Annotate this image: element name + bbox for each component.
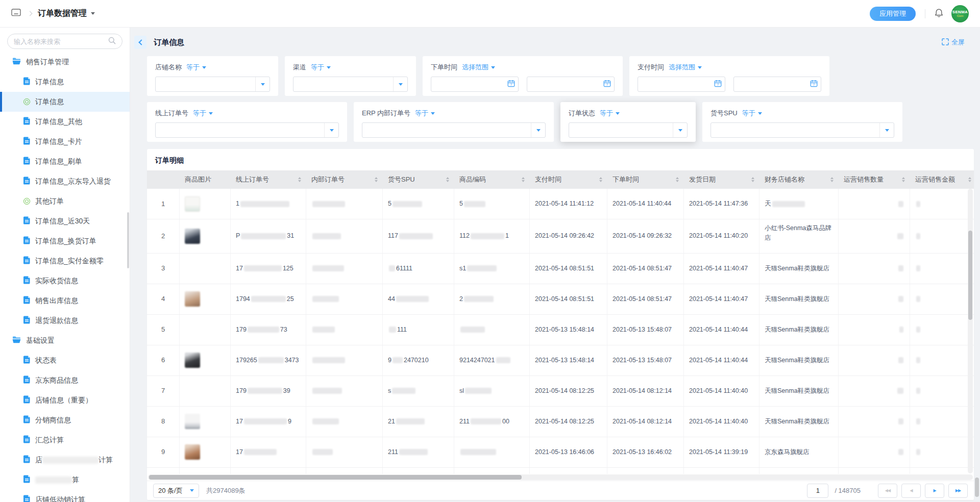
window-icon[interactable] — [11, 9, 21, 19]
filter-select[interactable] — [710, 122, 894, 138]
sort-icon[interactable] — [902, 175, 905, 184]
sidebar-item[interactable]: 算 — [0, 470, 130, 490]
sort-icon[interactable] — [446, 175, 449, 184]
sidebar-item[interactable]: 订单信息_实付金额零 — [0, 251, 130, 271]
sidebar-item[interactable]: 基础设置 — [0, 331, 130, 350]
sidebar-item[interactable]: 京东商品信息 — [0, 370, 130, 390]
filter-operator-dropdown[interactable]: 等于 — [186, 63, 206, 72]
table-row[interactable]: 2 P31 117 1121 2021-05-14 09:26:42 2021-… — [147, 219, 974, 254]
table-row[interactable]: 7 17939 s sl 2021-05-14 08:12:25 2021-05… — [147, 376, 974, 407]
table-row[interactable]: 4 179425 44 2 2021-05-14 08:51:51 2021-0… — [147, 284, 974, 315]
calendar-icon[interactable]: 7 — [603, 80, 611, 89]
product-image[interactable] — [185, 353, 200, 368]
sidebar-item[interactable]: 店铺低动销计算 — [0, 490, 130, 502]
sidebar-item[interactable]: 订单信息_京东导入退货 — [0, 171, 130, 191]
sidebar-scrollbar-thumb[interactable] — [127, 212, 129, 268]
select-caret[interactable] — [673, 123, 687, 137]
product-image[interactable] — [185, 414, 200, 429]
title-dropdown-caret-icon[interactable] — [91, 12, 95, 17]
table-row[interactable]: 5 17973 111 2021-05-13 15:48:14 2021-05-… — [147, 315, 974, 345]
date-start-input[interactable]: 7 — [638, 77, 725, 92]
product-image[interactable] — [185, 196, 200, 212]
sidebar-item[interactable]: 订单信息 — [0, 72, 130, 92]
prev-page-button[interactable]: ◀ — [901, 484, 921, 498]
column-header[interactable]: 货号SPU — [383, 170, 454, 189]
sort-icon[interactable] — [298, 175, 301, 184]
column-header[interactable]: 财务店铺名称 — [760, 170, 839, 189]
page-number-input[interactable] — [807, 484, 828, 498]
last-page-button[interactable]: ▶▶ — [948, 484, 968, 498]
avatar[interactable]: SENMA Com — [951, 5, 969, 22]
sidebar-item[interactable]: 销售出库信息 — [0, 291, 130, 311]
filter-select[interactable] — [569, 122, 688, 138]
search-icon[interactable] — [108, 37, 116, 46]
filter-operator-dropdown[interactable]: 等于 — [311, 63, 331, 72]
column-header[interactable]: 运营销售数量 — [839, 170, 910, 189]
next-page-button[interactable]: ▶ — [925, 484, 944, 498]
select-caret[interactable] — [531, 123, 545, 137]
table-vertical-scrollbar[interactable] — [968, 189, 973, 473]
table-row[interactable]: 8 179 21 21100 2021-05-14 08:12:25 2021-… — [147, 407, 974, 437]
product-image[interactable] — [185, 291, 200, 307]
sidebar-item[interactable]: 订单信息_换货订单 — [0, 231, 130, 251]
sidebar-item[interactable]: 订单信息_卡片 — [0, 132, 130, 152]
sidebar-item[interactable]: 实际收货信息 — [0, 271, 130, 291]
date-start-input[interactable]: 7 — [431, 77, 519, 92]
table-horizontal-scrollbar[interactable] — [148, 474, 973, 480]
column-header[interactable]: 下单时间 — [607, 170, 684, 189]
filter-select[interactable] — [155, 122, 339, 138]
column-header[interactable]: 运营销售金额 — [910, 170, 974, 189]
sidebar-item[interactable]: 退货退款信息 — [0, 311, 130, 331]
table-row[interactable]: 9 17 211 2021-05-13 16:46:06 2021-05-13 … — [147, 437, 974, 468]
column-header[interactable]: 商品编码 — [454, 170, 530, 189]
calendar-icon[interactable]: 7 — [507, 80, 515, 89]
sidebar-item[interactable]: 分销商信息 — [0, 410, 130, 430]
column-header[interactable]: 线上订单号 — [231, 170, 306, 189]
select-caret[interactable] — [255, 77, 270, 91]
sort-icon[interactable] — [830, 175, 834, 184]
sidebar-item[interactable]: 订单信息_其他 — [0, 112, 130, 132]
column-header[interactable]: 内部订单号 — [306, 170, 383, 189]
column-header[interactable] — [147, 170, 180, 189]
first-page-button[interactable]: ◀◀ — [878, 484, 897, 498]
sidebar-item[interactable]: 状态表 — [0, 350, 130, 370]
date-end-input[interactable]: 7 — [527, 77, 615, 92]
date-end-input[interactable]: 7 — [733, 77, 821, 92]
table-row[interactable] — [147, 468, 974, 474]
sidebar-item[interactable]: 汇总计算 — [0, 430, 130, 450]
table-row[interactable]: 6 1792653473 92470210 9214247021 2021-05… — [147, 345, 974, 376]
fullscreen-button[interactable]: 全屏 — [942, 38, 965, 47]
filter-operator-dropdown[interactable]: 等于 — [742, 109, 762, 118]
calendar-icon[interactable]: 7 — [714, 80, 722, 89]
product-image[interactable] — [185, 229, 200, 244]
breadcrumb-title[interactable]: 订单数据管理 — [38, 8, 87, 19]
table-row[interactable]: 3 17125 61111 s1 2021-05-14 08:51:51 202… — [147, 254, 974, 284]
filter-operator-dropdown[interactable]: 等于 — [415, 109, 435, 118]
column-header[interactable]: 商品图片 — [180, 170, 231, 189]
horizontal-scrollbar-thumb[interactable] — [149, 475, 522, 480]
page-size-select[interactable]: 20 条/页 — [153, 484, 199, 498]
sidebar-item[interactable]: 订单信息 — [0, 92, 130, 112]
sort-icon[interactable] — [676, 175, 679, 184]
column-header[interactable]: 支付时间 — [530, 170, 607, 189]
sort-icon[interactable] — [751, 175, 754, 184]
sidebar-item[interactable]: 其他订单 — [0, 191, 130, 211]
app-manage-button[interactable]: 应用管理 — [870, 7, 916, 21]
sort-icon[interactable] — [599, 175, 602, 184]
select-caret[interactable] — [393, 77, 407, 91]
sidebar-item[interactable]: 销售订单管理 — [0, 52, 130, 72]
select-caret[interactable] — [324, 123, 338, 137]
sort-icon[interactable] — [968, 175, 971, 184]
filter-select[interactable] — [155, 77, 270, 92]
column-header[interactable]: 发货日期 — [684, 170, 760, 189]
filter-operator-dropdown[interactable]: 等于 — [600, 109, 620, 118]
sidebar-item[interactable]: 订单信息_近30天 — [0, 211, 130, 231]
search-input[interactable] — [14, 38, 108, 45]
table-row[interactable]: 1 1 5 5 2021-05-14 11:41:12 2021-05-14 1… — [147, 189, 974, 219]
sidebar-item[interactable]: 店铺信息（重要） — [0, 390, 130, 410]
filter-select[interactable] — [293, 77, 408, 92]
sort-icon[interactable] — [375, 175, 378, 184]
page-scrollbar-thumb[interactable] — [975, 478, 979, 497]
calendar-icon[interactable]: 7 — [810, 80, 818, 89]
sidebar-item[interactable]: 订单信息_刷单 — [0, 152, 130, 171]
